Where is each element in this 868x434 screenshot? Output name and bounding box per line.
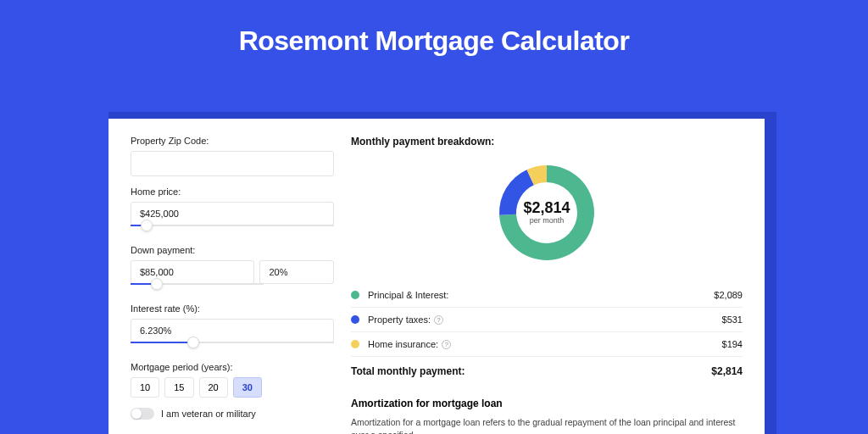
legend-row: Home insurance:?$194 [351,332,743,357]
amortization-text: Amortization for a mortgage loan refers … [351,416,743,434]
zip-label: Property Zip Code: [131,136,334,146]
interest-slider-fill [131,342,193,343]
total-amount: $2,814 [711,365,743,377]
home-price-label: Home price: [131,186,334,197]
period-option-20[interactable]: 20 [199,377,228,398]
interest-input[interactable] [131,319,334,342]
card-columns: Property Zip Code: Home price: Down paym… [108,119,765,434]
legend-dot-icon [351,340,359,348]
period-option-15[interactable]: 15 [164,377,193,398]
down-payment-input[interactable] [131,260,254,284]
legend-amount: $194 [722,339,743,349]
donut-center-amount: $2,814 [523,199,570,216]
veteran-toggle[interactable] [131,408,154,420]
legend-label: Principal & Interest: [368,290,448,300]
legend-dot-icon [351,291,359,299]
total-label: Total monthly payment: [351,365,465,377]
down-payment-pct-input[interactable] [259,260,334,284]
legend-label: Property taxes: [368,314,431,325]
legend: Principal & Interest:$2,089Property taxe… [351,283,743,357]
zip-input[interactable] [131,151,334,176]
interest-label: Interest rate (%): [131,303,334,314]
legend-row: Principal & Interest:$2,089 [351,283,743,308]
period-label: Mortgage period (years): [131,362,334,372]
home-price-slider-thumb[interactable] [141,220,153,231]
total-row: Total monthly payment: $2,814 [351,357,743,387]
veteran-label: I am veteran or military [161,409,256,419]
donut-center-sub: per month [530,216,565,225]
home-price-input[interactable] [131,202,334,225]
down-payment-label: Down payment: [131,245,334,255]
page-title: Rosemont Mortgage Calculator [0,25,868,57]
legend-amount: $531 [722,314,743,325]
interest-slider-thumb[interactable] [187,337,199,348]
interest-slider[interactable] [131,342,334,353]
down-payment-slider[interactable] [131,283,264,295]
info-icon[interactable]: ? [442,340,451,349]
amortization-title: Amortization for mortgage loan [351,398,743,409]
period-options: 10152030 [131,377,334,398]
period-option-10[interactable]: 10 [131,377,159,398]
legend-label: Home insurance: [368,339,438,349]
breakdown-title: Monthly payment breakdown: [351,136,743,147]
legend-dot-icon [351,315,359,324]
home-price-slider[interactable] [131,225,334,236]
inputs-column: Property Zip Code: Home price: Down paym… [131,136,334,434]
period-option-30[interactable]: 30 [233,377,262,398]
calculator-card: Property Zip Code: Home price: Down paym… [108,119,765,434]
breakdown-column: Monthly payment breakdown: $2,814 per mo… [351,136,743,434]
info-icon[interactable]: ? [434,315,443,325]
legend-row: Property taxes:?$531 [351,308,743,332]
donut-chart: $2,814 per month [351,154,743,278]
down-payment-slider-thumb[interactable] [151,278,163,290]
legend-amount: $2,089 [714,290,743,300]
